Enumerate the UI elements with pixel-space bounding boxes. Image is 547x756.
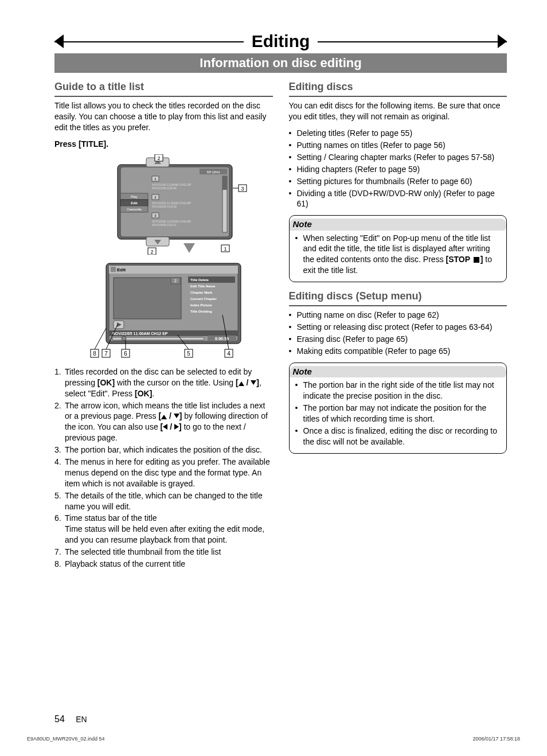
bullet-item: Dividing a title (DVD+RW/DVD-RW only) (R… xyxy=(289,188,507,210)
note-title: Note xyxy=(290,366,507,377)
right-intro-1: You can edit discs for the following ite… xyxy=(289,100,507,122)
sp-label: SP (2Hr) xyxy=(207,170,220,174)
stop-icon xyxy=(474,257,479,263)
note-title: Note xyxy=(290,219,507,230)
list-item: 4.The menus in here for editing as you p… xyxy=(54,457,273,489)
meta-date: 2006/01/17 17:58:18 xyxy=(472,736,520,742)
edit-label: Edit xyxy=(117,267,126,272)
callout-br: 1 xyxy=(224,246,227,252)
print-metadata: E9A80UD_MWR20V6_02.indd 54 2006/01/17 17… xyxy=(27,736,520,742)
heading-underline xyxy=(54,96,273,97)
page-lang: EN xyxy=(76,715,87,724)
svg-text:NOV/21/06     0:20:44: NOV/21/06 0:20:44 xyxy=(152,186,177,190)
right-heading-1: Editing discs xyxy=(289,80,507,93)
menu-item-1: Edit Title Name xyxy=(190,285,216,288)
bullet-item: Putting name on disc (Refer to page 62) xyxy=(289,310,507,321)
callout-6: 6 xyxy=(124,350,127,357)
bullet-item: Making edits compatible (Refer to page 6… xyxy=(289,346,507,357)
menu-item-0: Title Delete xyxy=(190,278,209,282)
title-list-diagram: SP (2Hr) Play Edit Overwrite 1 NOV/21/06… xyxy=(75,154,252,255)
menu-item-5: Title Dividing xyxy=(190,310,212,313)
press-prefix: Press xyxy=(54,139,79,149)
bullet-item: Deleting titles (Refer to page 55) xyxy=(289,128,507,139)
list-item: 8.Playback status of the current title xyxy=(54,559,273,570)
bullet-item: Setting / Clearing chapter marks (Refer … xyxy=(289,152,507,163)
callout-5: 5 xyxy=(187,350,190,357)
menu-overwrite: Overwrite xyxy=(127,208,142,211)
chevron-right-icon xyxy=(498,34,507,48)
bullet-item: Erasing disc (Refer to page 65) xyxy=(289,334,507,345)
menu-item-3: Current Chapter xyxy=(190,297,217,301)
svg-rect-23 xyxy=(222,176,227,190)
page: Editing Information on disc editing Guid… xyxy=(0,0,547,756)
note-box-1: Note When selecting "Edit" on Pop-up men… xyxy=(289,215,507,282)
up-arrow-icon xyxy=(161,415,167,419)
bullet-item: Setting pictures for thumbnails (Refer t… xyxy=(289,176,507,187)
list-item: 3.The portion bar, which indicates the p… xyxy=(54,445,273,455)
svg-text:NOV/22/06     0:10:33: NOV/22/06 0:10:33 xyxy=(152,205,177,208)
note-item: The portion bar in the right side of the… xyxy=(295,380,501,402)
press-title-line: Press [TITLE]. xyxy=(54,139,273,150)
setup-menu-bullets: Putting name on disc (Refer to page 62) … xyxy=(289,310,507,357)
chevron-left-icon xyxy=(54,34,64,48)
left-column: Guide to a title list Title list allows … xyxy=(54,80,273,575)
up-arrow-icon xyxy=(239,381,244,386)
menu-edit: Edit xyxy=(131,201,138,205)
list-item: 5.The details of the title, which can be… xyxy=(54,490,273,512)
press-bold: [TITLE]. xyxy=(79,139,108,149)
figure-title-list: SP (2Hr) Play Edit Overwrite 1 NOV/21/06… xyxy=(54,154,273,255)
callout-8: 8 xyxy=(93,350,96,357)
heading-underline xyxy=(289,96,507,97)
svg-rect-32 xyxy=(109,266,238,274)
heading-underline xyxy=(289,305,507,306)
meta-file: E9A80UD_MWR20V6_02.indd 54 xyxy=(27,736,105,742)
right-arrow-icon xyxy=(174,424,179,430)
left-heading: Guide to a title list xyxy=(54,80,273,93)
list-item: 6.Time status bar of the title Time stat… xyxy=(54,513,273,545)
right-column: Editing discs You can edit discs for the… xyxy=(289,80,507,575)
note-box-2: Note The portion bar in the right side o… xyxy=(289,363,507,454)
list-item: 7.The selected title thumbnail from the … xyxy=(54,547,273,558)
right-heading-2: Editing discs (Setup menu) xyxy=(289,289,507,303)
list-item: 1. Titles recorded on the disc can be se… xyxy=(54,367,273,399)
callout-right: 3 xyxy=(241,186,244,192)
callout-top: 2 xyxy=(158,155,161,161)
down-arrow-icon xyxy=(174,414,179,418)
svg-marker-29 xyxy=(183,243,195,253)
menu-item-2: Chapter Mark xyxy=(190,291,213,294)
menu-item-4: Index Picture xyxy=(190,303,212,307)
callout-4: 4 xyxy=(227,350,230,357)
down-arrow-icon xyxy=(251,380,256,385)
detail-text: NOV/22/05 11:00AM CH12 EP xyxy=(112,332,168,336)
section-subtitle: Information on disc editing xyxy=(54,53,507,73)
svg-text:NOV/24/06     0:20:11: NOV/24/06 0:20:11 xyxy=(152,223,177,227)
left-intro: Title list allows you to check the title… xyxy=(54,100,273,133)
menu-play: Play xyxy=(131,195,138,198)
callout-7: 7 xyxy=(104,350,108,357)
svg-rect-33 xyxy=(111,267,116,272)
edit-screen-diagram: Edit 2 Title Delete Edit Title Name Chap… xyxy=(75,260,252,361)
svg-point-41 xyxy=(122,336,126,341)
page-title: Editing xyxy=(244,32,318,51)
bullet-item: Setting or releasing disc protect (Refer… xyxy=(289,322,507,333)
two-column-layout: Guide to a title list Title list allows … xyxy=(54,80,507,575)
bullet-item: Putting names on titles (Refer to page 5… xyxy=(289,140,507,151)
note-item: Once a disc is finalized, editing the di… xyxy=(295,426,501,447)
numbered-list: 1. Titles recorded on the disc can be se… xyxy=(54,367,273,570)
note-text: When selecting "Edit" on Pop-up menu of … xyxy=(295,233,501,276)
title-banner: Editing xyxy=(54,32,507,51)
list-item: 2. The arrow icon, which means the title… xyxy=(54,400,273,444)
svg-line-48 xyxy=(95,328,106,349)
callout-bl: 2 xyxy=(151,249,154,255)
bullet-item: Hiding chapters (Refer to page 59) xyxy=(289,164,507,175)
figure-edit-screen: Edit 2 Title Delete Edit Title Name Chap… xyxy=(54,260,273,361)
editing-discs-bullets: Deleting titles (Refer to page 55) Putti… xyxy=(289,128,507,209)
page-number: 54 xyxy=(54,714,65,724)
page-footer: 54 EN xyxy=(54,714,507,724)
note-item: The portion bar may not indicate the pos… xyxy=(295,403,501,424)
edit-badge: 2 xyxy=(174,279,177,283)
